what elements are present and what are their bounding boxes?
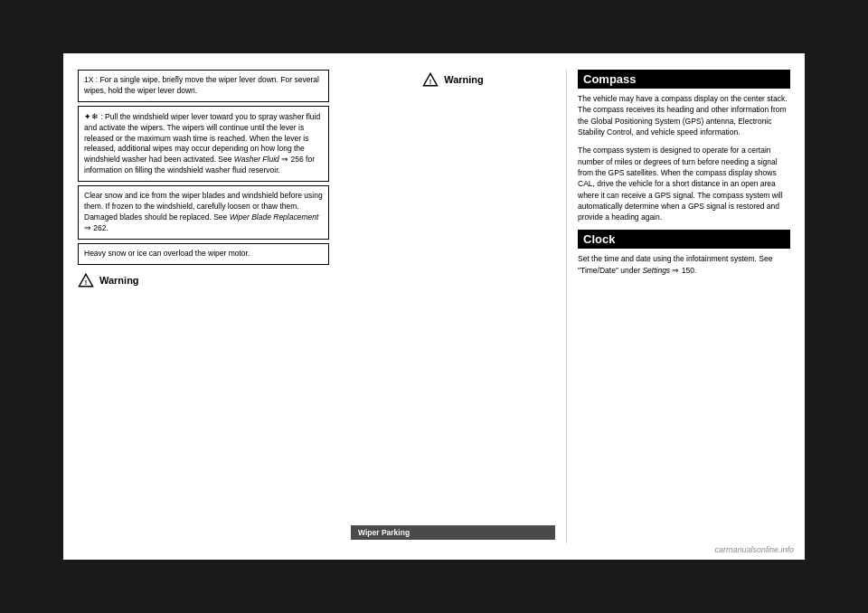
right-column: Compass The vehicle may have a compass d… (566, 70, 790, 543)
middle-warning-text: Warning (444, 74, 484, 85)
settings-link: Settings (642, 266, 670, 275)
compass-heading: Compass (578, 70, 790, 89)
wiper-parking-label: Wiper Parking (358, 528, 410, 537)
info-box-snow-ice-text: Clear snow and ice from the wiper blades… (84, 191, 323, 234)
wiper-parking-bar: Wiper Parking (351, 525, 555, 540)
info-box-heavy-snow: Heavy snow or ice can overload the wiper… (78, 243, 329, 265)
compass-para2-text: The compass system is designed to operat… (578, 145, 790, 222)
svg-text:!: ! (85, 278, 88, 287)
wiper-spray-icon: ✦❄ (84, 112, 99, 121)
info-box-1x: 1X : For a single wipe, briefly move the… (78, 70, 329, 102)
middle-content-wrapper: ! Warning Wiper Parking (351, 70, 555, 543)
info-box-snow-ice: Clear snow and ice from the wiper blades… (78, 185, 329, 240)
clock-heading: Clock (578, 230, 790, 249)
page-container: 1X : For a single wipe, briefly move the… (63, 53, 805, 560)
info-box-wiper-spray-body: : Pull the windshield wiper lever toward… (84, 112, 320, 174)
info-box-heavy-snow-text: Heavy snow or ice can overload the wiper… (84, 249, 323, 259)
watermark: carmanualsonline.info (714, 545, 794, 554)
clock-para1-text: Set the time and date using the infotain… (578, 253, 790, 276)
middle-column: ! Warning Wiper Parking (340, 70, 566, 543)
info-box-1x-text: 1X : For a single wipe, briefly move the… (84, 75, 323, 97)
clock-para1: Set the time and date using the infotain… (578, 253, 790, 276)
compass-para1: The vehicle may have a compass display o… (578, 93, 790, 137)
left-column: 1X : For a single wipe, briefly move the… (78, 70, 340, 543)
middle-warning-label: ! Warning (422, 71, 484, 88)
left-warning-triangle-icon: ! (78, 272, 94, 288)
washer-fluid-link: Washer Fluid (234, 155, 279, 164)
compass-para1-text: The vehicle may have a compass display o… (578, 93, 790, 137)
left-warning-label: ! Warning (78, 272, 329, 288)
svg-text:!: ! (429, 78, 432, 86)
compass-para2: The compass system is designed to operat… (578, 145, 790, 222)
info-box-wiper-spray-text: ✦❄ : Pull the windshield wiper lever tow… (84, 111, 323, 176)
info-box-wiper-spray: ✦❄ : Pull the windshield wiper lever tow… (78, 106, 329, 182)
wiper-blade-link: Wiper Blade Replacement (230, 212, 319, 222)
left-warning-text: Warning (99, 275, 139, 286)
middle-warning-triangle-icon: ! (422, 71, 439, 88)
